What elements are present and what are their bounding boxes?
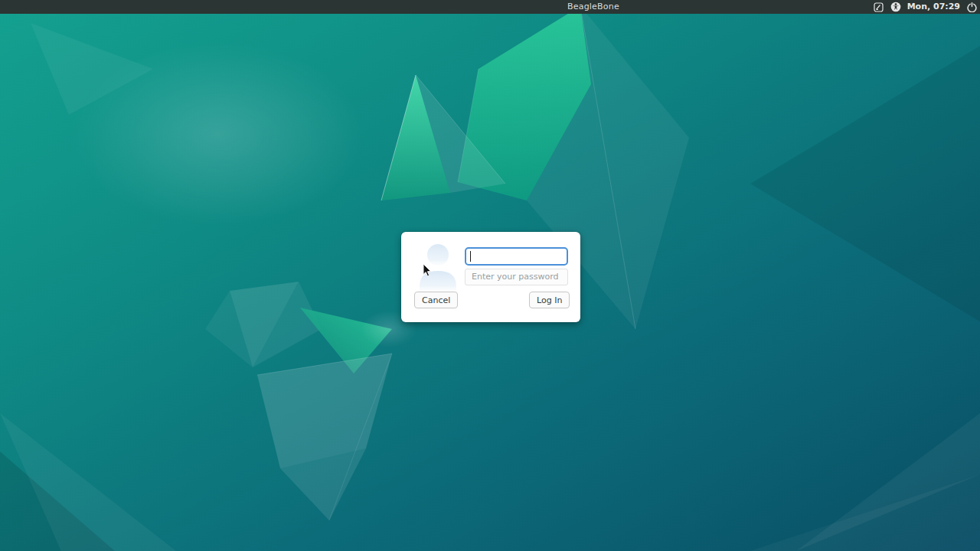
panel-hostname: BeagleBone — [567, 0, 619, 14]
panel-indicators: Mon, 07:29 — [874, 0, 977, 14]
login-button[interactable]: Log In — [529, 292, 570, 308]
text-caret — [470, 251, 471, 262]
login-dialog: Enter your password Cancel Log In — [401, 232, 580, 322]
top-panel: BeagleBone Mon, 07:29 — [0, 0, 980, 14]
password-prompt-field: Enter your password — [465, 269, 568, 285]
password-input[interactable] — [465, 247, 568, 266]
power-icon[interactable] — [966, 2, 977, 12]
mouse-cursor-icon — [423, 263, 432, 277]
cancel-button[interactable]: Cancel — [414, 292, 458, 308]
panel-clock: Mon, 07:29 — [907, 0, 960, 14]
session-indicator-icon[interactable] — [874, 2, 884, 12]
password-field-wrap — [465, 247, 568, 266]
accessibility-icon[interactable] — [890, 2, 901, 12]
